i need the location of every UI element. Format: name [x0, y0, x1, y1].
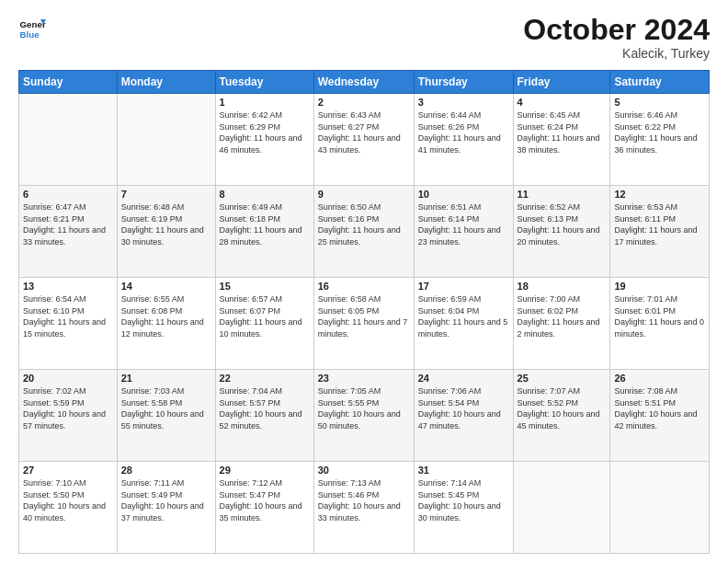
- col-thursday: Thursday: [414, 71, 513, 94]
- day-number: 26: [614, 373, 705, 384]
- cell-info: Sunrise: 6:49 AMSunset: 6:18 PMDaylight:…: [220, 201, 310, 247]
- col-wednesday: Wednesday: [313, 71, 414, 94]
- calendar-table: Sunday Monday Tuesday Wednesday Thursday…: [18, 70, 710, 554]
- day-number: 8: [220, 189, 310, 200]
- cell-info: Sunrise: 7:07 AMSunset: 5:52 PMDaylight:…: [518, 385, 607, 431]
- cell-info: Sunrise: 7:05 AMSunset: 5:55 PMDaylight:…: [318, 385, 410, 431]
- cell-info: Sunrise: 6:44 AMSunset: 6:26 PMDaylight:…: [418, 109, 509, 155]
- title-block: October 2024 Kalecik, Turkey: [523, 14, 710, 61]
- day-number: 12: [614, 189, 705, 200]
- cell-info: Sunrise: 6:48 AMSunset: 6:19 PMDaylight:…: [121, 201, 211, 247]
- day-number: 9: [318, 189, 410, 200]
- day-number: 24: [418, 373, 509, 384]
- col-tuesday: Tuesday: [215, 71, 313, 94]
- cell-info: Sunrise: 6:43 AMSunset: 6:27 PMDaylight:…: [318, 109, 410, 155]
- col-saturday: Saturday: [610, 71, 710, 94]
- header: General Blue October 2024 Kalecik, Turke…: [18, 14, 710, 61]
- day-number: 19: [614, 281, 705, 292]
- table-row: 3Sunrise: 6:44 AMSunset: 6:26 PMDaylight…: [414, 94, 513, 186]
- cell-info: Sunrise: 6:47 AMSunset: 6:21 PMDaylight:…: [23, 201, 113, 247]
- cell-info: Sunrise: 6:42 AMSunset: 6:29 PMDaylight:…: [220, 109, 310, 155]
- cell-info: Sunrise: 7:02 AMSunset: 5:59 PMDaylight:…: [23, 385, 113, 431]
- cell-info: Sunrise: 7:10 AMSunset: 5:50 PMDaylight:…: [23, 477, 113, 523]
- cell-info: Sunrise: 6:59 AMSunset: 6:04 PMDaylight:…: [418, 293, 509, 339]
- svg-text:Blue: Blue: [20, 29, 40, 40]
- col-sunday: Sunday: [19, 71, 118, 94]
- table-row: 8Sunrise: 6:49 AMSunset: 6:18 PMDaylight…: [215, 186, 313, 278]
- col-friday: Friday: [513, 71, 610, 94]
- cell-info: Sunrise: 6:50 AMSunset: 6:16 PMDaylight:…: [318, 201, 410, 247]
- day-number: 30: [318, 465, 410, 476]
- day-number: 27: [23, 465, 113, 476]
- table-row: 30Sunrise: 7:13 AMSunset: 5:46 PMDayligh…: [313, 462, 414, 554]
- table-row: 26Sunrise: 7:08 AMSunset: 5:51 PMDayligh…: [610, 370, 710, 462]
- day-number: 2: [318, 97, 410, 108]
- day-number: 18: [518, 281, 607, 292]
- logo-icon: General Blue: [18, 14, 46, 41]
- cell-info: Sunrise: 6:58 AMSunset: 6:05 PMDaylight:…: [318, 293, 410, 339]
- table-row: 11Sunrise: 6:52 AMSunset: 6:13 PMDayligh…: [513, 186, 610, 278]
- day-number: 17: [418, 281, 509, 292]
- day-number: 11: [518, 189, 607, 200]
- header-row: Sunday Monday Tuesday Wednesday Thursday…: [19, 71, 710, 94]
- table-row: 9Sunrise: 6:50 AMSunset: 6:16 PMDaylight…: [313, 186, 414, 278]
- cell-info: Sunrise: 7:00 AMSunset: 6:02 PMDaylight:…: [518, 293, 607, 339]
- table-row: 13Sunrise: 6:54 AMSunset: 6:10 PMDayligh…: [19, 278, 118, 370]
- day-number: 13: [23, 281, 113, 292]
- calendar-page: General Blue October 2024 Kalecik, Turke…: [0, 0, 728, 563]
- table-row: 22Sunrise: 7:04 AMSunset: 5:57 PMDayligh…: [215, 370, 313, 462]
- day-number: 22: [220, 373, 310, 384]
- day-number: 10: [418, 189, 509, 200]
- table-row: 5Sunrise: 6:46 AMSunset: 6:22 PMDaylight…: [610, 94, 710, 186]
- day-number: 21: [121, 373, 211, 384]
- table-row: 17Sunrise: 6:59 AMSunset: 6:04 PMDayligh…: [414, 278, 513, 370]
- table-row: 15Sunrise: 6:57 AMSunset: 6:07 PMDayligh…: [215, 278, 313, 370]
- table-row: 20Sunrise: 7:02 AMSunset: 5:59 PMDayligh…: [19, 370, 118, 462]
- cell-info: Sunrise: 6:53 AMSunset: 6:11 PMDaylight:…: [614, 201, 705, 247]
- day-number: 7: [121, 189, 211, 200]
- day-number: 31: [418, 465, 509, 476]
- cell-info: Sunrise: 7:06 AMSunset: 5:54 PMDaylight:…: [418, 385, 509, 431]
- table-row: 14Sunrise: 6:55 AMSunset: 6:08 PMDayligh…: [117, 278, 215, 370]
- table-row: 31Sunrise: 7:14 AMSunset: 5:45 PMDayligh…: [414, 462, 513, 554]
- cell-info: Sunrise: 7:12 AMSunset: 5:47 PMDaylight:…: [220, 477, 310, 523]
- day-number: 16: [318, 281, 410, 292]
- table-row: 18Sunrise: 7:00 AMSunset: 6:02 PMDayligh…: [513, 278, 610, 370]
- table-row: 2Sunrise: 6:43 AMSunset: 6:27 PMDaylight…: [313, 94, 414, 186]
- day-number: 5: [614, 97, 705, 108]
- cell-info: Sunrise: 6:45 AMSunset: 6:24 PMDaylight:…: [518, 109, 607, 155]
- table-row: 21Sunrise: 7:03 AMSunset: 5:58 PMDayligh…: [117, 370, 215, 462]
- cell-info: Sunrise: 7:14 AMSunset: 5:45 PMDaylight:…: [418, 477, 509, 523]
- table-row: 10Sunrise: 6:51 AMSunset: 6:14 PMDayligh…: [414, 186, 513, 278]
- table-row: 28Sunrise: 7:11 AMSunset: 5:49 PMDayligh…: [117, 462, 215, 554]
- table-row: 1Sunrise: 6:42 AMSunset: 6:29 PMDaylight…: [215, 94, 313, 186]
- day-number: 6: [23, 189, 113, 200]
- table-row: 25Sunrise: 7:07 AMSunset: 5:52 PMDayligh…: [513, 370, 610, 462]
- day-number: 20: [23, 373, 113, 384]
- day-number: 14: [121, 281, 211, 292]
- day-number: 3: [418, 97, 509, 108]
- table-row: [610, 462, 710, 554]
- table-row: 27Sunrise: 7:10 AMSunset: 5:50 PMDayligh…: [19, 462, 118, 554]
- logo: General Blue: [18, 14, 46, 41]
- table-row: [19, 94, 118, 186]
- table-row: 12Sunrise: 6:53 AMSunset: 6:11 PMDayligh…: [610, 186, 710, 278]
- cell-info: Sunrise: 7:01 AMSunset: 6:01 PMDaylight:…: [614, 293, 705, 339]
- day-number: 28: [121, 465, 211, 476]
- table-row: [117, 94, 215, 186]
- cell-info: Sunrise: 6:51 AMSunset: 6:14 PMDaylight:…: [418, 201, 509, 247]
- table-row: [513, 462, 610, 554]
- cell-info: Sunrise: 6:57 AMSunset: 6:07 PMDaylight:…: [220, 293, 310, 339]
- day-number: 25: [518, 373, 607, 384]
- day-number: 15: [220, 281, 310, 292]
- table-row: 24Sunrise: 7:06 AMSunset: 5:54 PMDayligh…: [414, 370, 513, 462]
- cell-info: Sunrise: 7:13 AMSunset: 5:46 PMDaylight:…: [318, 477, 410, 523]
- table-row: 16Sunrise: 6:58 AMSunset: 6:05 PMDayligh…: [313, 278, 414, 370]
- cell-info: Sunrise: 7:08 AMSunset: 5:51 PMDaylight:…: [614, 385, 705, 431]
- cell-info: Sunrise: 6:52 AMSunset: 6:13 PMDaylight:…: [518, 201, 607, 247]
- day-number: 4: [518, 97, 607, 108]
- table-row: 29Sunrise: 7:12 AMSunset: 5:47 PMDayligh…: [215, 462, 313, 554]
- cell-info: Sunrise: 7:11 AMSunset: 5:49 PMDaylight:…: [121, 477, 211, 523]
- day-number: 23: [318, 373, 410, 384]
- table-row: 4Sunrise: 6:45 AMSunset: 6:24 PMDaylight…: [513, 94, 610, 186]
